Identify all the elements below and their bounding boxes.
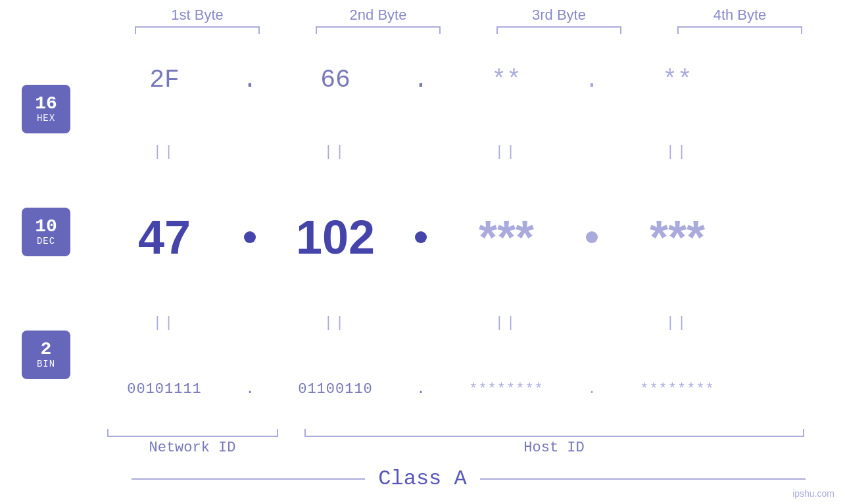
- dec-dot1: [237, 231, 263, 243]
- sep1-b3: ||: [434, 144, 579, 160]
- bottom-brackets: [107, 429, 831, 437]
- network-bracket: [107, 429, 278, 437]
- bin-dot2: .: [408, 381, 434, 398]
- dec-b3: ***: [434, 210, 579, 264]
- dec-dot3: [579, 231, 605, 243]
- dec-badge-text: DEC: [37, 236, 55, 246]
- hex-b4: **: [605, 66, 750, 94]
- hex-b1: 2F: [92, 66, 237, 94]
- bin-b2: 01100110: [263, 381, 408, 398]
- bin-badge: 2 BIN: [22, 331, 70, 379]
- hex-dot3: .: [579, 66, 605, 94]
- bin-b1: 00101111: [92, 381, 237, 398]
- dec-badge-number: 10: [35, 218, 57, 236]
- sep1-b4: ||: [605, 144, 750, 160]
- byte2-header: 2nd Byte: [306, 7, 450, 24]
- id-labels: Network ID Host ID: [107, 440, 831, 456]
- dec-b4: ***: [605, 210, 750, 264]
- network-id-label: Network ID: [107, 440, 278, 456]
- bracket-b4-line: [677, 26, 802, 34]
- dec-badge: 10 DEC: [22, 208, 70, 256]
- watermark: ipshu.com: [792, 488, 834, 499]
- bin-b3: ********: [434, 381, 579, 398]
- sep-row-2: || || || ||: [92, 315, 832, 331]
- bin-badge-number: 2: [41, 340, 52, 359]
- bin-dot1: .: [237, 381, 263, 398]
- bracket-b1: [125, 26, 270, 34]
- sep2-b1: ||: [92, 315, 237, 331]
- content-area: 16 HEX 10 DEC 2 BIN 2F .: [0, 34, 845, 429]
- hex-badge: 16 HEX: [22, 85, 70, 133]
- sep-row-1: || || || ||: [92, 144, 832, 160]
- top-brackets: [107, 26, 831, 34]
- dec-row: 47 102 *** ***: [92, 210, 832, 264]
- bracket-b1-line: [135, 26, 260, 34]
- dec-dot2: [408, 231, 434, 243]
- hex-row: 2F . 66 . ** . **: [92, 66, 832, 94]
- sep1-b1: ||: [92, 144, 237, 160]
- badge-column: 16 HEX 10 DEC 2 BIN: [0, 34, 92, 429]
- hex-badge-text: HEX: [37, 113, 55, 124]
- bin-badge-text: BIN: [37, 359, 55, 369]
- class-label: Class A: [365, 467, 479, 491]
- hex-b3: **: [434, 66, 579, 94]
- bin-dot3: .: [579, 381, 605, 398]
- class-row: Class A: [0, 467, 845, 491]
- bin-row: 00101111 . 01100110 . ******** .: [92, 381, 832, 398]
- sep2-b4: ||: [605, 315, 750, 331]
- hex-b2: 66: [263, 66, 408, 94]
- bracket-b4: [667, 26, 812, 34]
- host-id-label: Host ID: [304, 440, 804, 456]
- byte4-header: 4th Byte: [667, 7, 812, 24]
- bracket-b3-line: [496, 26, 621, 34]
- byte-headers: 1st Byte 2nd Byte 3rd Byte 4th Byte: [107, 7, 831, 24]
- bin-b4: ********: [605, 381, 750, 398]
- bracket-b3: [487, 26, 631, 34]
- data-grid: 2F . 66 . ** . **: [92, 34, 845, 429]
- dec-b1: 47: [92, 210, 237, 264]
- bracket-b2-line: [316, 26, 441, 34]
- host-bracket: [304, 429, 804, 437]
- hex-dot1: .: [237, 66, 263, 94]
- bracket-b2: [306, 26, 450, 34]
- dec-b2: 102: [263, 210, 408, 264]
- bottom-section: Network ID Host ID Class A ipshu.com: [0, 429, 845, 504]
- hex-dot2: .: [408, 66, 434, 94]
- sep2-b2: ||: [263, 315, 408, 331]
- sep2-b3: ||: [434, 315, 579, 331]
- sep1-b2: ||: [263, 144, 408, 160]
- main-container: 1st Byte 2nd Byte 3rd Byte 4th Byte 16 H…: [0, 0, 845, 504]
- byte1-header: 1st Byte: [125, 7, 270, 24]
- hex-badge-number: 16: [35, 95, 57, 113]
- byte3-header: 3rd Byte: [487, 7, 631, 24]
